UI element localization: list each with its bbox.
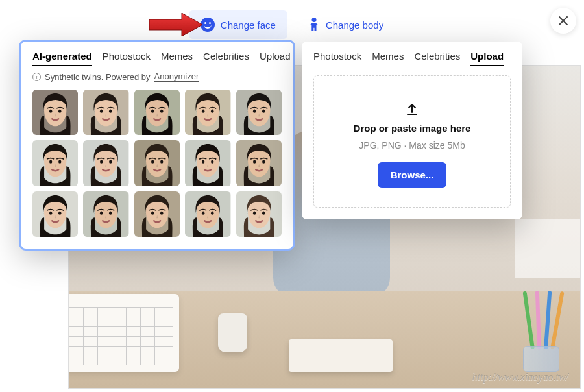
svg-point-12	[211, 110, 213, 113]
face-thumbnail[interactable]	[185, 140, 230, 186]
face-tabs: AI-generated Photostock Memes Celebritie…	[32, 51, 282, 66]
change-face-label: Change face	[221, 19, 276, 31]
svg-point-35	[100, 211, 103, 214]
anonymizer-link[interactable]: Anonymizer	[154, 71, 199, 82]
svg-point-11	[202, 110, 204, 113]
svg-point-18	[58, 160, 61, 164]
body-tabs: Photostock Memes Celebrities Upload	[313, 51, 511, 66]
face-thumbnail[interactable]	[134, 140, 180, 186]
svg-point-45	[262, 211, 265, 214]
svg-point-41	[202, 211, 204, 214]
face-thumbnail[interactable]	[185, 90, 230, 135]
tab-photostock[interactable]: Photostock	[103, 51, 151, 66]
mode-toggle-row: Change face Change body	[0, 10, 584, 39]
svg-point-2	[49, 110, 52, 113]
drop-hint: JPG, PNG · Max size 5Mb	[359, 140, 465, 151]
svg-point-3	[58, 110, 61, 113]
annotation-arrow-icon	[148, 12, 204, 38]
svg-point-38	[151, 211, 154, 214]
note-prefix: Synthetic twins. Powered by	[45, 72, 151, 82]
tab-upload[interactable]: Upload	[260, 51, 291, 66]
tab-memes-body[interactable]: Memes	[372, 51, 404, 66]
tab-memes[interactable]: Memes	[161, 51, 193, 66]
face-grid	[32, 90, 282, 237]
tab-upload-body[interactable]: Upload	[470, 51, 504, 66]
svg-point-39	[160, 211, 163, 214]
body-panel: Photostock Memes Celebrities Upload Drop…	[302, 42, 522, 219]
svg-point-42	[211, 211, 213, 214]
svg-point-32	[49, 211, 52, 214]
svg-point-14	[253, 110, 256, 113]
svg-point-44	[253, 211, 256, 214]
face-thumbnail[interactable]	[32, 140, 78, 186]
face-thumbnail[interactable]	[185, 191, 230, 237]
tab-photostock-body[interactable]: Photostock	[313, 51, 361, 66]
face-thumbnail[interactable]	[134, 90, 180, 135]
svg-point-20	[100, 160, 103, 164]
face-thumbnail[interactable]	[236, 90, 282, 135]
drop-message: Drop or paste image here	[354, 123, 471, 134]
svg-point-33	[58, 211, 61, 214]
svg-point-24	[160, 160, 163, 164]
close-icon	[559, 16, 568, 25]
svg-point-26	[202, 160, 204, 164]
browse-button[interactable]: Browse...	[378, 162, 447, 188]
browse-label: Browse...	[391, 169, 434, 180]
change-body-button[interactable]: Change body	[297, 10, 395, 39]
face-thumbnail[interactable]	[32, 90, 78, 135]
svg-point-27	[211, 160, 213, 164]
svg-point-30	[262, 160, 265, 164]
svg-point-23	[151, 160, 154, 164]
info-icon: i	[32, 73, 41, 81]
svg-point-9	[160, 110, 163, 113]
upload-dropzone[interactable]: Drop or paste image here JPG, PNG · Max …	[313, 75, 511, 208]
tab-celebrities[interactable]: Celebrities	[203, 51, 249, 66]
face-thumbnail[interactable]	[32, 191, 78, 237]
svg-point-21	[109, 160, 112, 164]
face-thumbnail[interactable]	[236, 191, 282, 237]
svg-point-15	[262, 110, 265, 113]
svg-point-17	[49, 160, 52, 164]
face-thumbnail[interactable]	[83, 191, 128, 237]
svg-point-8	[151, 110, 154, 113]
face-thumbnail[interactable]	[83, 90, 128, 135]
svg-marker-0	[149, 13, 202, 36]
svg-point-6	[109, 110, 112, 113]
change-body-label: Change body	[326, 19, 383, 31]
face-thumbnail[interactable]	[236, 140, 282, 186]
svg-point-29	[253, 160, 256, 164]
face-panel: AI-generated Photostock Memes Celebritie…	[21, 42, 293, 249]
close-button[interactable]	[550, 8, 576, 34]
face-thumbnail[interactable]	[83, 140, 128, 186]
synthetic-note: i Synthetic twins. Powered by Anonymizer	[32, 71, 282, 82]
svg-point-36	[109, 211, 112, 214]
watermark: http://www.xiaoyao.tw/	[472, 371, 568, 383]
svg-point-5	[100, 110, 103, 113]
upload-icon	[405, 102, 419, 116]
body-icon	[308, 18, 320, 32]
face-thumbnail[interactable]	[134, 191, 180, 237]
tab-celebrities-body[interactable]: Celebrities	[414, 51, 460, 66]
tab-ai-generated[interactable]: AI-generated	[32, 51, 92, 66]
